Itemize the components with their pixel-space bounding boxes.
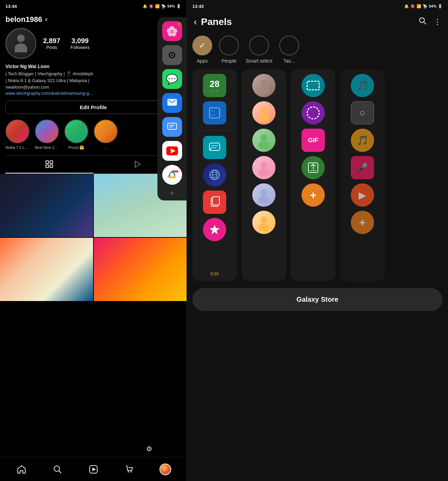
person-avatar-4[interactable] <box>252 156 276 179</box>
fourth-panel-icon-6[interactable]: + <box>351 211 374 234</box>
posts-stat[interactable]: 2,897 Posts <box>43 37 60 50</box>
fourth-panel-icon-4[interactable]: 🎤 <box>351 156 374 179</box>
followers-label: Followers <box>71 45 90 50</box>
apps-edit-label[interactable]: Edit <box>210 271 219 276</box>
edge-app-whatsapp[interactable]: 💬 <box>162 69 182 89</box>
three-lines-icon: ≡ <box>170 190 174 196</box>
back-button[interactable]: ‹ <box>194 16 197 27</box>
settings-icon[interactable]: ⚙ <box>146 445 152 453</box>
edge-panel-handle: ≡ <box>170 190 174 196</box>
left-phone: 13:44 🔔 🔇 📶 📡 54% 🔋 belon1986 ∨ <box>0 0 187 481</box>
circle-select-tool[interactable] <box>302 101 325 125</box>
page-title: Panels <box>201 16 414 27</box>
person-avatar-6[interactable] <box>252 211 276 234</box>
person-avatar-2[interactable] <box>252 101 276 125</box>
svg-point-47 <box>258 223 269 231</box>
calendar-app-icon[interactable]: 28 • • • <box>203 74 226 97</box>
tab-apps[interactable]: ✓ Apps <box>192 36 212 64</box>
fourth-panel-icon-1[interactable]: 🎵 <box>351 74 374 97</box>
svg-point-10 <box>130 471 132 472</box>
tab-people-label: People <box>221 58 236 64</box>
svg-marker-35 <box>209 225 220 234</box>
tab-tasks-label: Tas... <box>283 58 295 64</box>
svg-point-41 <box>258 141 269 149</box>
highlight-label-extra: ... <box>104 145 107 150</box>
highlight-item[interactable]: Best Nine 2018 <box>35 119 59 150</box>
grid-item-1[interactable] <box>0 174 93 237</box>
edit-profile-button[interactable]: Edit Profile <box>5 101 181 114</box>
star-app-icon[interactable] <box>203 218 226 241</box>
grid-item-4[interactable] <box>94 238 187 301</box>
highlight-item[interactable]: ... <box>94 119 118 150</box>
avatar[interactable] <box>5 28 36 59</box>
tab-tasks[interactable]: Tas... <box>279 36 299 64</box>
edge-app-messages[interactable] <box>162 93 182 113</box>
search-button[interactable] <box>419 17 427 27</box>
ig-stats: 2,897 Posts 3,099 Followers <box>43 37 90 50</box>
nav-reels[interactable] <box>85 461 102 478</box>
galaxy-store-button[interactable]: Galaxy Store <box>192 288 443 311</box>
person-avatar-1[interactable] <box>252 74 276 97</box>
nav-home[interactable] <box>13 461 30 478</box>
ig-bio-link[interactable]: www.vtechgraphy.com/android/samsung-g... <box>5 91 181 96</box>
edge-app-youtube[interactable] <box>162 141 182 161</box>
svg-rect-12 <box>168 123 177 129</box>
ig-username[interactable]: belon1986 ∨ <box>5 15 48 24</box>
svg-point-43 <box>258 169 269 176</box>
edge-app-item[interactable]: 🌸 <box>162 21 182 41</box>
highlight-circle-extra <box>94 119 118 143</box>
person-avatar-3[interactable] <box>252 129 276 152</box>
profile-photo <box>11 33 31 54</box>
messages-app-icon[interactable] <box>203 136 226 159</box>
nav-profile[interactable] <box>157 461 174 478</box>
chevron-down-icon: ∨ <box>44 17 48 22</box>
rect-select-tool[interactable] <box>302 74 325 97</box>
tab-grid[interactable] <box>5 156 93 173</box>
svg-marker-8 <box>92 468 96 471</box>
followers-count: 3,099 <box>71 37 90 45</box>
tab-apps-circle: ✓ <box>192 36 212 55</box>
svg-point-45 <box>258 196 269 204</box>
apps-panel-column: 28 • • • +− ×÷ <box>192 69 237 281</box>
person-avatar-5[interactable] <box>252 183 276 207</box>
battery-text-right: 54% <box>429 4 436 8</box>
highlight-circle-proud <box>64 119 88 143</box>
edge-app-chrome[interactable] <box>162 165 182 185</box>
grid-item-3[interactable] <box>0 238 93 301</box>
fourth-panel-icon-2[interactable]: ○ <box>351 101 374 125</box>
svg-text:+−: +− <box>211 109 215 113</box>
mute-icon: 🔇 <box>149 4 154 9</box>
notification-dot <box>177 22 181 26</box>
tab-people[interactable]: People <box>219 36 239 64</box>
posts-label: Posts <box>43 45 60 50</box>
nav-search[interactable] <box>49 461 66 478</box>
svg-point-46 <box>260 217 267 223</box>
copy-app-icon[interactable] <box>203 191 226 214</box>
edge-app-settings[interactable]: ⚙ <box>162 45 182 65</box>
svg-point-37 <box>258 87 269 94</box>
crop-share-tool[interactable] <box>302 156 325 179</box>
nav-shop[interactable] <box>121 461 138 478</box>
highlight-item[interactable]: Nokia 7.2 Lau... <box>5 119 29 150</box>
tab-apps-label: Apps <box>197 58 208 64</box>
left-status-bar: 13:44 🔔 🔇 📶 📡 54% 🔋 <box>0 0 187 12</box>
tab-tasks-circle <box>279 36 299 55</box>
calculator-app-icon[interactable]: +− ×÷ <box>203 101 226 125</box>
edge-app-sms[interactable] <box>162 117 182 137</box>
gif-tool[interactable]: GIF <box>302 129 325 152</box>
highlight-item[interactable]: Proud 🤗 <box>64 119 88 150</box>
highlight-label-nokia: Nokia 7.2 Lau... <box>5 145 29 150</box>
alarm-icon: 🔔 <box>143 4 148 9</box>
fourth-panel-column: 🎵 ○ 🎵 🎤 ▶ + <box>340 69 385 281</box>
tab-smart-select[interactable]: Smart select <box>246 36 272 64</box>
right-status-icons: 🔔 🔇 📶 📡 54% 🔋 <box>404 4 443 9</box>
more-options-button[interactable]: ⋮ <box>434 17 441 26</box>
fourth-panel-icon-5[interactable]: ▶ <box>351 183 374 207</box>
fourth-panel-icon-3[interactable]: 🎵 <box>351 129 374 152</box>
alarm-icon-right: 🔔 <box>404 4 409 9</box>
add-panel-button[interactable]: + <box>302 183 325 207</box>
gif-label: GIF <box>308 137 318 144</box>
followers-stat[interactable]: 3,099 Followers <box>71 37 90 50</box>
browser-app-icon[interactable] <box>203 163 226 186</box>
wifi-icon: 📶 <box>155 4 160 9</box>
